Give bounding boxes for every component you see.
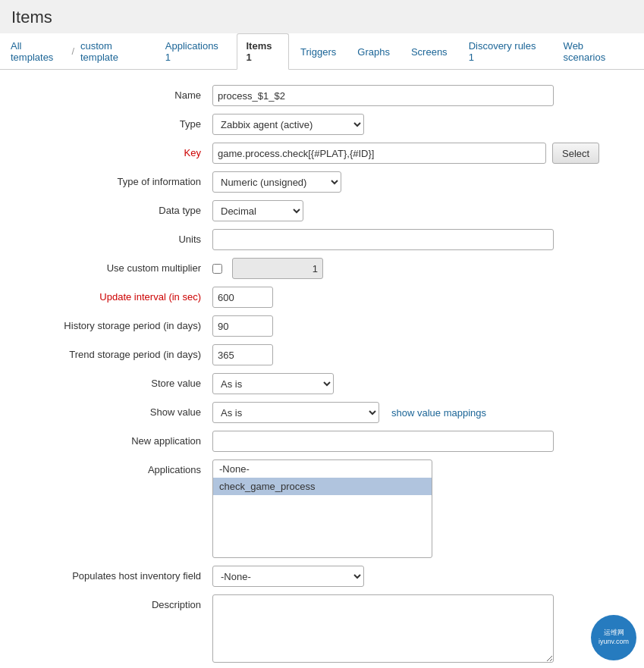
- row-type-info: Type of information Numeric (unsigned) N…: [23, 171, 621, 193]
- label-units: Units: [23, 229, 212, 245]
- app-item-none[interactable]: -None-: [213, 460, 432, 478]
- update-interval-input[interactable]: [212, 287, 273, 308]
- type-info-select[interactable]: Numeric (unsigned) Numeric (float) Chara…: [212, 171, 341, 193]
- label-trend: Trend storage period (in days): [23, 344, 212, 360]
- tab-items[interactable]: Items 1: [237, 33, 290, 70]
- label-description: Description: [23, 594, 212, 610]
- applications-list[interactable]: -None- check_game_process: [212, 459, 432, 558]
- multiplier-checkbox[interactable]: [212, 264, 222, 274]
- row-update-interval: Update interval (in sec): [23, 287, 621, 308]
- select-button[interactable]: Select: [552, 143, 599, 164]
- row-new-application: New application: [23, 431, 621, 452]
- field-inventory: -None-: [212, 566, 621, 587]
- field-data-type: Decimal Octal Hexadecimal Boolean: [212, 200, 621, 221]
- label-new-application: New application: [23, 431, 212, 447]
- row-description: Description: [23, 594, 621, 663]
- form-content: Name Type Zabbix agent (active) Zabbix a…: [0, 70, 644, 668]
- label-type: Type: [23, 114, 212, 130]
- field-multiplier: [212, 258, 621, 279]
- label-update-interval: Update interval (in sec): [23, 287, 212, 303]
- label-data-type: Data type: [23, 200, 212, 216]
- trend-input[interactable]: [212, 344, 273, 365]
- field-name: [212, 85, 621, 106]
- watermark: 运维网 iyunv.com: [591, 615, 636, 660]
- store-value-select[interactable]: As is Delta (speed per second) Delta (si…: [212, 373, 334, 394]
- new-application-input[interactable]: [212, 431, 554, 452]
- row-data-type: Data type Decimal Octal Hexadecimal Bool…: [23, 200, 621, 221]
- inventory-select[interactable]: -None-: [212, 566, 364, 587]
- tab-screens[interactable]: Screens: [401, 39, 457, 64]
- field-new-application: [212, 431, 621, 452]
- field-type-info: Numeric (unsigned) Numeric (float) Chara…: [212, 171, 621, 193]
- tab-applications[interactable]: Applications 1: [156, 33, 235, 69]
- show-value-select[interactable]: As is: [212, 402, 379, 423]
- label-show-value: Show value: [23, 402, 212, 418]
- watermark-line1: 运维网: [604, 629, 624, 638]
- row-multiplier: Use custom multiplier: [23, 258, 621, 279]
- row-trend: Trend storage period (in days): [23, 344, 621, 365]
- field-update-interval: [212, 287, 621, 308]
- tab-web-scenarios[interactable]: Web scenarios: [554, 33, 636, 69]
- label-type-info: Type of information: [23, 171, 212, 187]
- label-inventory: Populates host inventory field: [23, 566, 212, 582]
- type-select[interactable]: Zabbix agent (active) Zabbix agent Simpl…: [212, 114, 364, 135]
- breadcrumb-all-templates[interactable]: All templates: [8, 34, 68, 69]
- field-type: Zabbix agent (active) Zabbix agent Simpl…: [212, 114, 621, 135]
- label-name: Name: [23, 85, 212, 101]
- field-store-value: As is Delta (speed per second) Delta (si…: [212, 373, 621, 394]
- field-trend: [212, 344, 621, 365]
- row-applications: Applications -None- check_game_process: [23, 459, 621, 558]
- field-show-value: As is show value mappings: [212, 402, 621, 423]
- name-input[interactable]: [212, 85, 554, 106]
- key-input[interactable]: [212, 143, 546, 164]
- field-units: [212, 229, 621, 250]
- app-item-check-game-process[interactable]: check_game_process: [213, 478, 432, 495]
- field-description: [212, 594, 621, 663]
- label-history: History storage period (in days): [23, 315, 212, 331]
- row-key: Key Select: [23, 143, 621, 164]
- label-multiplier: Use custom multiplier: [23, 258, 212, 274]
- page-title: Items: [11, 8, 633, 27]
- units-input[interactable]: [212, 229, 554, 250]
- row-history: History storage period (in days): [23, 315, 621, 337]
- description-textarea[interactable]: [212, 594, 554, 663]
- tab-triggers[interactable]: Triggers: [291, 39, 346, 64]
- field-history: [212, 315, 621, 337]
- row-units: Units: [23, 229, 621, 250]
- label-applications: Applications: [23, 459, 212, 475]
- multiplier-value-input[interactable]: [232, 258, 323, 279]
- tab-discovery-rules[interactable]: Discovery rules 1: [459, 33, 552, 69]
- show-value-mappings-link[interactable]: show value mappings: [391, 407, 486, 419]
- tab-graphs[interactable]: Graphs: [347, 39, 400, 64]
- field-key: Select: [212, 143, 621, 164]
- label-key: Key: [23, 143, 212, 158]
- row-type: Type Zabbix agent (active) Zabbix agent …: [23, 114, 621, 135]
- row-inventory: Populates host inventory field -None-: [23, 566, 621, 587]
- breadcrumb-separator: /: [71, 45, 74, 57]
- row-name: Name: [23, 85, 621, 106]
- field-applications: -None- check_game_process: [212, 459, 621, 558]
- label-store-value: Store value: [23, 373, 212, 389]
- breadcrumb-custom-template[interactable]: custom template: [77, 34, 154, 69]
- row-store-value: Store value As is Delta (speed per secon…: [23, 373, 621, 394]
- tabs-bar: All templates / custom template Applicat…: [0, 33, 644, 70]
- history-input[interactable]: [212, 315, 273, 337]
- data-type-select[interactable]: Decimal Octal Hexadecimal Boolean: [212, 200, 303, 221]
- row-show-value: Show value As is show value mappings: [23, 402, 621, 423]
- watermark-line2: iyunv.com: [598, 638, 629, 647]
